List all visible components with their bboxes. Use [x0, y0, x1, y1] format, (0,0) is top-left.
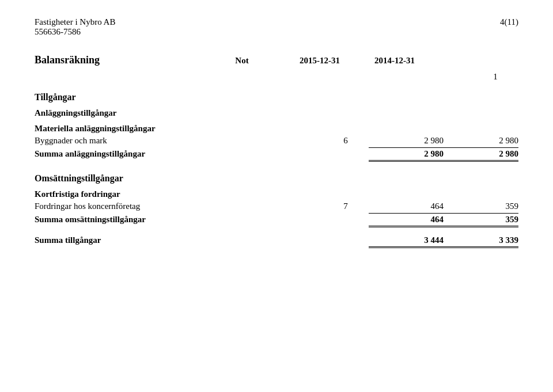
summa-anlaggning-val2: 2 980 [444, 149, 518, 159]
row-not-fordringar: 7 [323, 201, 369, 211]
double-underline-val1-omsattning [369, 226, 444, 227]
page-number: 4(11) [500, 17, 518, 27]
double-underline-not-spacer2 [323, 226, 369, 227]
section-tillgangar: Tillgångar [35, 92, 518, 102]
underline-fordringar [35, 213, 518, 214]
double-underline-tillgangar [35, 246, 518, 248]
underline-anlaggning [35, 147, 518, 148]
double-underline-spacer1 [35, 160, 323, 162]
summa-anlaggning-val1: 2 980 [369, 149, 444, 159]
double-underline-not-spacer [323, 160, 369, 162]
summa-tillgangar-val2: 3 339 [444, 235, 518, 245]
summa-omsattning-val2: 359 [444, 215, 518, 224]
document-title: Balansräkning [35, 54, 219, 66]
summa-omsattning-row: Summa omsättningstillgångar 464 359 [35, 215, 518, 224]
summa-anlaggning-label: Summa anläggningstillgångar [35, 149, 323, 159]
double-underline-val2 [444, 160, 518, 162]
subsection-materiella: Materiella anläggningstillgångar [35, 124, 518, 134]
summa-tillgangar-row: Summa tillgångar 3 444 3 339 [35, 235, 518, 245]
row-val1-fordringar: 464 [369, 201, 444, 211]
underline-val1-anlaggning [369, 147, 444, 148]
section-omsattning: Omsättningstillgångar [35, 173, 518, 184]
double-underline-val1-tillgangar [369, 246, 444, 248]
section-anlaggning: Anläggningstillgångar [35, 108, 518, 118]
summa-omsattning-label: Summa omsättningstillgångar [35, 215, 323, 224]
company-reg: 556636-7586 [35, 27, 115, 37]
row-byggnader: Byggnader och mark 6 2 980 2 980 [35, 136, 518, 146]
company-name: Fastigheter i Nybro AB [35, 17, 115, 27]
underline-spacer2 [35, 213, 323, 214]
double-underline-val1 [369, 160, 444, 162]
double-underline-spacer3 [35, 246, 323, 248]
summa-tillgangar-label: Summa tillgångar [35, 235, 323, 245]
col-date2-header: 2014-12-31 [340, 56, 415, 66]
row-not-byggnader: 6 [323, 136, 369, 146]
page-header: Fastigheter i Nybro AB 556636-7586 4(11) [35, 17, 518, 37]
document-title-row: Balansräkning Not 2015-12-31 2014-12-31 [35, 54, 518, 66]
underline-not-spacer2 [323, 213, 369, 214]
double-underline-val2-omsattning [444, 226, 518, 227]
summa-anlaggning-row: Summa anläggningstillgångar 2 980 2 980 [35, 149, 518, 159]
double-underline-spacer2 [35, 226, 323, 227]
summa-tillgangar-val1: 3 444 [369, 235, 444, 245]
double-underline-anlaggning [35, 160, 518, 162]
double-underline-val2-tillgangar [444, 246, 518, 248]
row-val2-fordringar: 359 [444, 201, 518, 211]
underline-not-spacer [323, 147, 369, 148]
summa-omsattning-val1: 464 [369, 215, 444, 224]
col-date1-header: 2015-12-31 [265, 56, 340, 66]
note-1-number: 1 [472, 72, 518, 82]
row-val1-byggnader: 2 980 [369, 136, 444, 146]
row-val2-byggnader: 2 980 [444, 136, 518, 146]
row-label-fordringar: Fordringar hos koncernföretag [35, 201, 323, 211]
note-1-row: 1 [35, 72, 518, 82]
double-underline-omsattning [35, 226, 518, 227]
underline-val2-fordringar [444, 213, 518, 214]
col-not-header: Not [219, 56, 265, 66]
underline-val2-anlaggning [444, 147, 518, 148]
underline-spacer1 [35, 147, 323, 148]
double-underline-not-spacer3 [323, 246, 369, 248]
company-info: Fastigheter i Nybro AB 556636-7586 [35, 17, 115, 37]
row-fordringar: Fordringar hos koncernföretag 7 464 359 [35, 201, 518, 211]
subsection-kortfristiga: Kortfristiga fordringar [35, 189, 518, 199]
row-label-byggnader: Byggnader och mark [35, 136, 323, 146]
underline-val1-fordringar [369, 213, 444, 214]
